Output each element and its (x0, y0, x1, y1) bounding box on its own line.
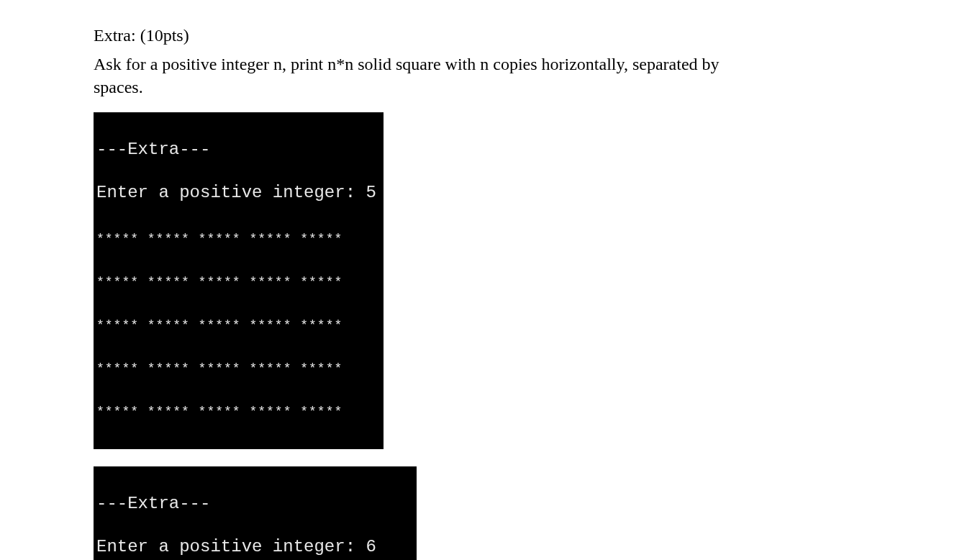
terminal-row: ***** ***** ***** ***** ***** (96, 229, 376, 249)
terminal-prompt: Enter a positive integer: 5 (96, 183, 376, 206)
terminal-row: ***** ***** ***** ***** ***** (96, 402, 376, 422)
terminal-header: ---Extra--- (96, 494, 409, 514)
terminal-output-6: ---Extra--- Enter a positive integer: 6 … (94, 466, 417, 560)
page-content: Extra: (10pts) Ask for a positive intege… (0, 0, 980, 560)
section-heading: Extra: (10pts) (94, 26, 886, 45)
terminal-row: ***** ***** ***** ***** ***** (96, 272, 376, 292)
terminal-row: ***** ***** ***** ***** ***** (96, 315, 376, 335)
terminal-header: ---Extra--- (96, 140, 376, 160)
terminal-output-5: ---Extra--- Enter a positive integer: 5 … (94, 112, 384, 449)
problem-description: Ask for a positive integer n, print n*n … (94, 53, 727, 99)
terminal-prompt: Enter a positive integer: 6 (96, 537, 409, 560)
terminal-row: ***** ***** ***** ***** ***** (96, 358, 376, 379)
